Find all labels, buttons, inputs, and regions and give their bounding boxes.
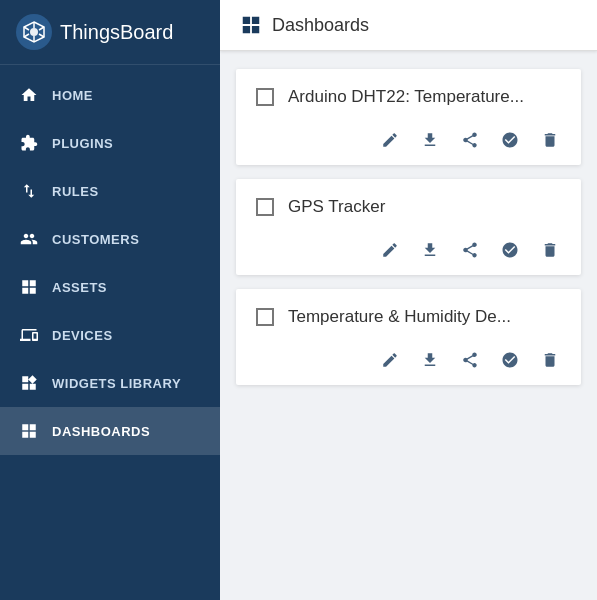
dashboard-card-arduino: Arduino DHT22: Temperature... xyxy=(236,69,581,165)
card-header-temp-humidity: Temperature & Humidity De... xyxy=(256,307,561,327)
download-button-arduino[interactable] xyxy=(419,129,441,151)
delete-button-gps[interactable] xyxy=(539,239,561,261)
assign-button-gps[interactable] xyxy=(499,239,521,261)
app-logo: ThingsBoard xyxy=(0,0,220,65)
sidebar-item-rules[interactable]: RULES xyxy=(0,167,220,215)
main-panel: Dashboards Arduino DHT22: Temperature... xyxy=(220,0,597,600)
dashboard-list: Arduino DHT22: Temperature... xyxy=(220,51,597,600)
share-button-gps[interactable] xyxy=(459,239,481,261)
assign-button-arduino[interactable] xyxy=(499,129,521,151)
card-checkbox-temp-humidity[interactable] xyxy=(256,308,274,326)
sidebar-label-rules: RULES xyxy=(52,184,99,199)
sidebar-item-dashboards[interactable]: DASHBOARDS xyxy=(0,407,220,455)
edit-button-temp-humidity[interactable] xyxy=(379,349,401,371)
share-button-temp-humidity[interactable] xyxy=(459,349,481,371)
sidebar-item-customers[interactable]: CUSTOMERS xyxy=(0,215,220,263)
sidebar-nav: HOME PLUGINS RULES xyxy=(0,65,220,600)
card-header-gps: GPS Tracker xyxy=(256,197,561,217)
edit-button-gps[interactable] xyxy=(379,239,401,261)
main-header: Dashboards xyxy=(220,0,597,51)
card-actions-gps xyxy=(256,239,561,261)
download-button-temp-humidity[interactable] xyxy=(419,349,441,371)
assets-icon xyxy=(18,276,40,298)
widgets-icon xyxy=(18,372,40,394)
card-checkbox-gps[interactable] xyxy=(256,198,274,216)
sidebar: ThingsBoard HOME PLUGINS xyxy=(0,0,220,600)
sidebar-item-plugins[interactable]: PLUGINS xyxy=(0,119,220,167)
sidebar-label-customers: CUSTOMERS xyxy=(52,232,139,247)
card-actions-arduino xyxy=(256,129,561,151)
card-checkbox-arduino[interactable] xyxy=(256,88,274,106)
sidebar-item-devices[interactable]: DEVICES xyxy=(0,311,220,359)
card-title-temp-humidity: Temperature & Humidity De... xyxy=(288,307,511,327)
sidebar-label-assets: ASSETS xyxy=(52,280,107,295)
customers-icon xyxy=(18,228,40,250)
sidebar-label-dashboards: DASHBOARDS xyxy=(52,424,150,439)
logo-icon xyxy=(16,14,52,50)
share-button-arduino[interactable] xyxy=(459,129,481,151)
dashboard-card-temp-humidity: Temperature & Humidity De... xyxy=(236,289,581,385)
card-title-arduino: Arduino DHT22: Temperature... xyxy=(288,87,524,107)
assign-button-temp-humidity[interactable] xyxy=(499,349,521,371)
delete-button-arduino[interactable] xyxy=(539,129,561,151)
home-icon xyxy=(18,84,40,106)
sidebar-label-widgets: WIDGETS LIBRARY xyxy=(52,376,181,391)
plugins-icon xyxy=(18,132,40,154)
app-title: ThingsBoard xyxy=(60,21,173,44)
sidebar-item-widgets-library[interactable]: WIDGETS LIBRARY xyxy=(0,359,220,407)
dashboards-icon xyxy=(18,420,40,442)
svg-point-1 xyxy=(30,28,38,36)
dashboard-card-gps: GPS Tracker xyxy=(236,179,581,275)
header-dashboards-icon xyxy=(240,14,262,36)
header-title: Dashboards xyxy=(272,15,369,36)
download-button-gps[interactable] xyxy=(419,239,441,261)
card-title-gps: GPS Tracker xyxy=(288,197,385,217)
card-header-arduino: Arduino DHT22: Temperature... xyxy=(256,87,561,107)
card-actions-temp-humidity xyxy=(256,349,561,371)
sidebar-item-assets[interactable]: ASSETS xyxy=(0,263,220,311)
delete-button-temp-humidity[interactable] xyxy=(539,349,561,371)
sidebar-label-plugins: PLUGINS xyxy=(52,136,113,151)
sidebar-label-home: HOME xyxy=(52,88,93,103)
sidebar-label-devices: DEVICES xyxy=(52,328,113,343)
devices-icon xyxy=(18,324,40,346)
sidebar-item-home[interactable]: HOME xyxy=(0,71,220,119)
rules-icon xyxy=(18,180,40,202)
edit-button-arduino[interactable] xyxy=(379,129,401,151)
